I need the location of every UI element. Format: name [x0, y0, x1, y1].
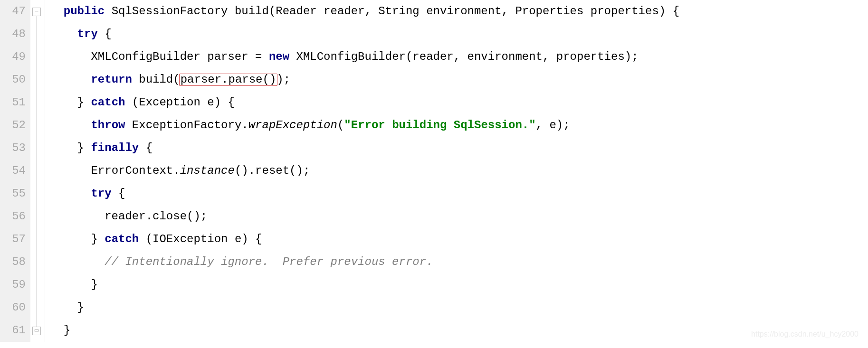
- line-number: 55: [4, 182, 26, 205]
- code-line[interactable]: }: [50, 319, 679, 342]
- line-number: 54: [4, 160, 26, 182]
- line-number: 59: [4, 273, 26, 296]
- line-number: 57: [4, 228, 26, 251]
- code-line[interactable]: // Intentionally ignore. Prefer previous…: [50, 251, 679, 273]
- line-number: 60: [4, 296, 26, 319]
- code-area[interactable]: public SqlSessionFactory build(Reader re…: [45, 0, 679, 342]
- line-number: 52: [4, 114, 26, 137]
- code-line[interactable]: reader.close();: [50, 205, 679, 228]
- code-line[interactable]: throw ExceptionFactory.wrapException("Er…: [50, 114, 679, 137]
- line-number: 53: [4, 137, 26, 160]
- line-number-gutter: 474849505152535455565758596061: [0, 0, 30, 342]
- line-number: 48: [4, 23, 26, 46]
- code-line[interactable]: } finally {: [50, 137, 679, 160]
- line-number: 58: [4, 251, 26, 273]
- line-number: 61: [4, 319, 26, 342]
- code-line[interactable]: } catch (Exception e) {: [50, 91, 679, 114]
- watermark-text: https://blog.csdn.net/u_hcy2000: [751, 330, 858, 338]
- highlighted-expression: parser.parse(): [179, 74, 278, 86]
- line-number: 51: [4, 91, 26, 114]
- line-number: 56: [4, 205, 26, 228]
- code-line[interactable]: }: [50, 296, 679, 319]
- code-line[interactable]: XMLConfigBuilder parser = new XMLConfigB…: [50, 46, 679, 68]
- code-line[interactable]: return build(parser.parse());: [50, 68, 679, 91]
- fold-column[interactable]: −▭: [30, 0, 45, 342]
- code-line[interactable]: ErrorContext.instance().reset();: [50, 160, 679, 182]
- fold-toggle-icon[interactable]: −: [32, 8, 41, 16]
- code-line[interactable]: public SqlSessionFactory build(Reader re…: [50, 0, 679, 23]
- line-number: 47: [4, 0, 26, 23]
- code-line[interactable]: try {: [50, 182, 679, 205]
- line-number: 49: [4, 46, 26, 68]
- fold-end-icon[interactable]: ▭: [32, 327, 41, 335]
- code-line[interactable]: } catch (IOException e) {: [50, 228, 679, 251]
- code-editor[interactable]: 474849505152535455565758596061 −▭ public…: [0, 0, 868, 342]
- code-line[interactable]: try {: [50, 23, 679, 46]
- code-line[interactable]: }: [50, 273, 679, 296]
- line-number: 50: [4, 68, 26, 91]
